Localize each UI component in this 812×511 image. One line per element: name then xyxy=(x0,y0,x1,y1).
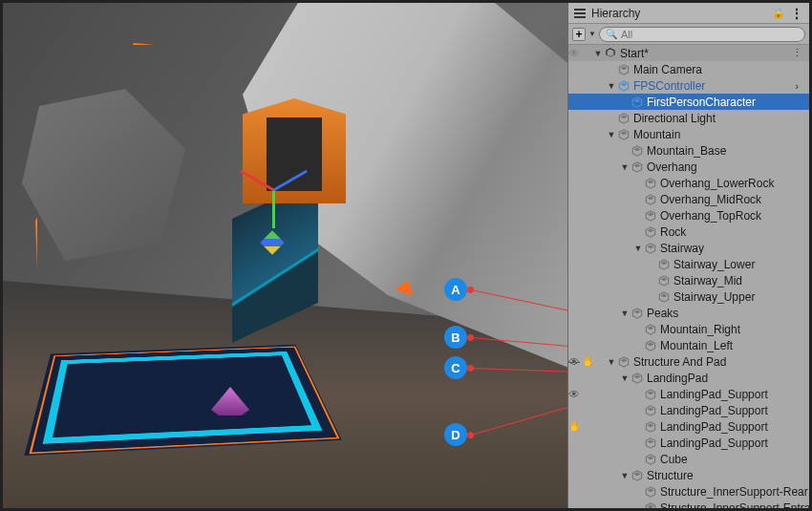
row-gutter: 👁 xyxy=(568,47,593,60)
gameobject-cube-icon xyxy=(657,290,671,304)
visibility-toggle-icon[interactable]: 👁 xyxy=(568,388,580,401)
gameobject-cube-icon xyxy=(617,112,630,125)
expand-toggle[interactable]: ▼ xyxy=(620,471,630,480)
panel-header: Hierarchy 🔒 ⋮ xyxy=(568,3,809,24)
gameobject-cube-icon xyxy=(630,160,644,174)
hierarchy-row-ohm[interactable]: Overhang_MidRock xyxy=(568,191,809,207)
node-label: Mountain xyxy=(633,128,805,141)
expand-toggle[interactable]: ▼ xyxy=(633,244,643,253)
unity-logo-icon xyxy=(604,47,617,60)
hierarchy-panel: Hierarchy 🔒 ⋮ + ▼ 🔍 👁 ▼ Start* xyxy=(567,3,809,508)
prefab-open-icon[interactable]: › xyxy=(788,80,805,92)
hierarchy-row-fpc[interactable]: FirstPersonCharacter xyxy=(568,94,809,110)
expand-toggle[interactable]: ▼ xyxy=(593,49,603,58)
node-label: Main Camera xyxy=(633,63,805,76)
gameobject-cube-icon xyxy=(644,453,657,466)
scene-options-icon[interactable]: ⋮ xyxy=(788,47,805,59)
node-label: Overhang_TopRock xyxy=(660,209,805,223)
hierarchy-row-oh[interactable]: ▼Overhang xyxy=(568,159,809,175)
hierarchy-row-mtb[interactable]: Mountain_Base xyxy=(568,142,809,159)
node-label: Mountain_Left xyxy=(660,339,805,352)
node-label: LandingPad_Support xyxy=(660,404,805,417)
node-label: Overhang xyxy=(647,160,805,174)
hierarchy-row-pkr[interactable]: Mountain_Right xyxy=(568,321,809,337)
structure-doorway xyxy=(237,98,352,203)
search-icon: 🔍 xyxy=(606,29,617,39)
search-input[interactable] xyxy=(621,29,799,40)
expand-toggle[interactable]: ▼ xyxy=(607,357,616,367)
gizmo-y-axis[interactable] xyxy=(272,190,275,228)
gameobject-cube-icon xyxy=(617,355,630,369)
hierarchy-row-lp3[interactable]: ✋LandingPad_Support xyxy=(568,418,809,435)
node-label: Peaks xyxy=(647,307,805,320)
panel-tab-drag-icon[interactable] xyxy=(574,9,586,18)
hierarchy-row-mt[interactable]: ▼Mountain xyxy=(568,126,809,142)
row-gutter: 👁 xyxy=(568,388,593,401)
panel-title: Hierarchy xyxy=(591,7,766,20)
create-button[interactable]: + xyxy=(572,28,586,41)
hierarchy-row-st1[interactable]: Structure_InnerSupport-Rear xyxy=(568,483,809,500)
hierarchy-row-pk[interactable]: ▼Peaks xyxy=(568,305,809,321)
hierarchy-row-cb[interactable]: Cube xyxy=(568,451,809,467)
hierarchy-row-lp4[interactable]: LandingPad_Support xyxy=(568,435,809,451)
node-label: LandingPad_Support xyxy=(660,420,805,434)
hierarchy-row-sap[interactable]: 👁✋▼Structure And Pad xyxy=(568,353,809,370)
callout-badge-a: A xyxy=(444,278,467,301)
hierarchy-row-swu[interactable]: Stairway_Upper xyxy=(568,288,809,305)
hierarchy-row-sw[interactable]: ▼Stairway xyxy=(568,240,809,256)
hierarchy-row-st2[interactable]: Structure_InnerSupport-Entra xyxy=(568,500,809,508)
node-label: Directional Light xyxy=(633,112,805,125)
gameobject-cube-icon xyxy=(644,323,657,336)
node-label: LandingPad_Support xyxy=(660,388,805,401)
hierarchy-row-ohl[interactable]: Overhang_LowerRock xyxy=(568,175,809,191)
gameobject-cube-icon xyxy=(617,128,630,141)
hierarchy-row-fps[interactable]: ▼FPSController› xyxy=(568,77,809,94)
expand-toggle[interactable]: ▼ xyxy=(607,130,616,139)
pickability-toggle-icon[interactable]: ✋ xyxy=(582,355,595,368)
expand-toggle[interactable]: ▼ xyxy=(620,309,630,318)
panel-options-icon[interactable]: ⋮ xyxy=(791,7,803,20)
hierarchy-row-lp2[interactable]: LandingPad_Support xyxy=(568,402,809,418)
row-gutter: ✋ xyxy=(568,420,593,433)
hierarchy-row-rk[interactable]: Rock xyxy=(568,224,809,240)
callout-badge-c: C xyxy=(444,356,467,379)
expand-toggle[interactable]: ▼ xyxy=(607,81,616,91)
create-dropdown-icon[interactable]: ▼ xyxy=(588,30,596,38)
hierarchy-tree[interactable]: 👁 ▼ Start* ⋮ Main Camera▼FPSController›F… xyxy=(568,45,809,508)
search-field[interactable]: 🔍 xyxy=(599,27,805,42)
node-label: Cube xyxy=(660,453,805,466)
node-label: Overhang_MidRock xyxy=(660,193,805,206)
eye-off-icon[interactable]: 👁 xyxy=(568,47,580,60)
gameobject-cube-icon xyxy=(644,501,657,509)
scene-viewport[interactable]: A B C D xyxy=(3,3,567,508)
node-label: Structure_InnerSupport-Entra xyxy=(660,501,809,509)
landing-pad xyxy=(24,345,341,456)
node-label: Rock xyxy=(660,225,805,239)
node-label: LandingPad_Support xyxy=(660,436,805,450)
expand-toggle[interactable]: ▼ xyxy=(620,373,630,383)
node-label: Structure xyxy=(647,469,805,482)
gameobject-cube-icon xyxy=(617,63,630,76)
scene-row[interactable]: 👁 ▼ Start* ⋮ xyxy=(568,45,809,61)
panel-lock-icon[interactable]: 🔒 xyxy=(772,7,785,19)
hierarchy-row-swl[interactable]: Stairway_Lower xyxy=(568,256,809,272)
pickability-toggle-icon[interactable]: ✋ xyxy=(568,420,582,433)
hierarchy-row-mc[interactable]: Main Camera xyxy=(568,61,809,77)
visibility-toggle-icon[interactable]: 👁 xyxy=(568,355,580,369)
gameobject-cube-icon xyxy=(630,469,644,482)
hierarchy-row-pkl[interactable]: Mountain_Left xyxy=(568,337,809,353)
expand-toggle[interactable]: ▼ xyxy=(620,162,630,172)
hierarchy-row-st[interactable]: ▼Structure xyxy=(568,467,809,483)
hierarchy-row-oht[interactable]: Overhang_TopRock xyxy=(568,207,809,224)
hierarchy-row-lp[interactable]: ▼LandingPad xyxy=(568,370,809,386)
gameobject-cube-icon xyxy=(644,209,657,223)
gameobject-cube-icon xyxy=(644,388,657,401)
hierarchy-row-lp1[interactable]: 👁LandingPad_Support xyxy=(568,386,809,402)
node-label: Stairway_Upper xyxy=(673,290,805,304)
gameobject-cube-icon xyxy=(630,144,644,158)
callout-badge-b: B xyxy=(444,326,467,349)
node-label: FirstPersonCharacter xyxy=(647,96,805,109)
hierarchy-row-swm[interactable]: Stairway_Mid xyxy=(568,272,809,288)
scene-name-label: Start* xyxy=(620,47,788,60)
hierarchy-row-dl[interactable]: Directional Light xyxy=(568,110,809,126)
